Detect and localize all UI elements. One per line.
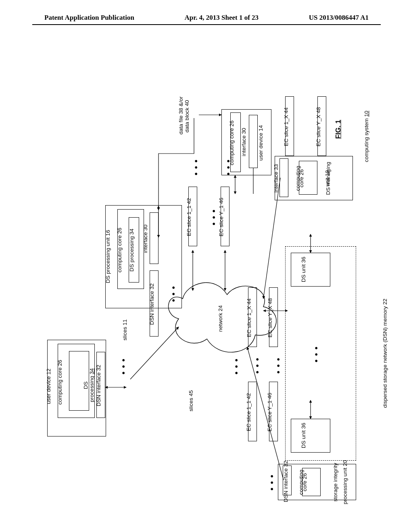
- lbl-ds-unit-36-a: DS unit 36: [300, 257, 307, 282]
- lbl-cc26-ud12: computing core 26: [57, 360, 63, 405]
- lbl-ec-y-1-u: EC slice Y_1 46: [218, 198, 224, 237]
- lbl-siu-2: processing unit 20: [342, 460, 348, 505]
- hdr-left: Patent Application Publication: [44, 14, 134, 22]
- lbl-user-device-14: user device 14: [258, 125, 264, 161]
- dots-net: ● ● ●: [233, 358, 239, 375]
- lbl-ec-y-x-u: EC slice Y_X 48: [315, 107, 321, 146]
- dots-upper-2: ● ● ●: [225, 159, 231, 176]
- dots-siu: ● ● ●: [269, 474, 275, 491]
- lbl-user-device-12: user device 12: [46, 369, 52, 404]
- figure-1-diagram: user device 12 computing core 26 DSproce…: [45, 73, 368, 500]
- lbl-dsnif32-siu: DSN interface 32: [283, 461, 289, 502]
- lbl-ec-y-1-l: EC slice Y_1 46: [267, 393, 273, 432]
- lbl-ec-y-x-l: EC slice Y_X 48: [267, 298, 273, 337]
- lbl-dsnif32-dspu: DSN interface 32: [149, 283, 155, 325]
- dots-lower-1: ● ● ●: [254, 357, 260, 374]
- lbl-fig-1: FIG. 1: [334, 120, 342, 139]
- lbl-if30-dspu: interface 30: [142, 224, 148, 253]
- lbl-siu-1: storage integrity: [332, 463, 338, 501]
- lbl-cc26-dspu: computing core 26: [117, 228, 123, 272]
- hdr-center: Apr. 4, 2013 Sheet 1 of 23: [185, 14, 259, 22]
- lbl-ec-1-x-u: EC slice 1_X 44: [283, 107, 289, 146]
- lbl-slices-45: slices 45: [188, 390, 194, 411]
- dots-upper-1: ● ● ●: [193, 159, 199, 176]
- dots-dspu: ● ● ●: [170, 285, 176, 302]
- header-rule: [32, 24, 381, 25]
- lbl-cc26-siu2: core 26: [302, 473, 308, 491]
- lbl-ec-1-x-l: EC slice 1_X 44: [246, 298, 252, 337]
- lbl-dsmu-2: unit 18: [324, 170, 330, 187]
- lbl-data-file: data file 38 &/or: [178, 96, 184, 135]
- lbl-dsn-memory-22: dispersed storage network (DSN) memory 2…: [382, 299, 388, 408]
- lbl-computing-system-10: computing system 10: [363, 111, 369, 162]
- lbl-data-block: data block 40: [184, 100, 190, 132]
- dots-ud12: ● ● ●: [120, 358, 126, 375]
- lbl-ds-unit-36-b: DS unit 36: [300, 423, 307, 448]
- lbl-dsnif32-ud12: DSN interface 32: [96, 365, 102, 406]
- svg-line-9: [263, 178, 280, 299]
- dots-upper-mid2: ● ● ●: [211, 209, 217, 226]
- lbl-cc26-dsmu2: core 26: [298, 169, 305, 187]
- dots-dsunits: ● ● ●: [313, 346, 319, 363]
- lbl-slices-11: slices 11: [122, 319, 128, 341]
- lbl-dsp34-dspu: DS processing 34: [129, 229, 135, 272]
- lbl-ec-1-1-l: EC slice 1_1 42: [246, 393, 252, 431]
- lbl-dsp34-ud12: DSprocessing 34: [83, 361, 95, 409]
- dots-lower-2: ● ● ●: [275, 357, 281, 374]
- lbl-if33: interface 33: [273, 164, 279, 193]
- svg-line-7: [130, 327, 179, 379]
- lbl-dspu16: DS processing unit 16: [105, 230, 111, 283]
- lbl-network-24: network 24: [217, 305, 223, 332]
- lbl-if30-ud14: interface 30: [241, 128, 247, 156]
- lbl-ec-1-1-u: EC slice 1_1 42: [186, 198, 192, 236]
- hdr-right: US 2013/0086447 A1: [309, 14, 369, 22]
